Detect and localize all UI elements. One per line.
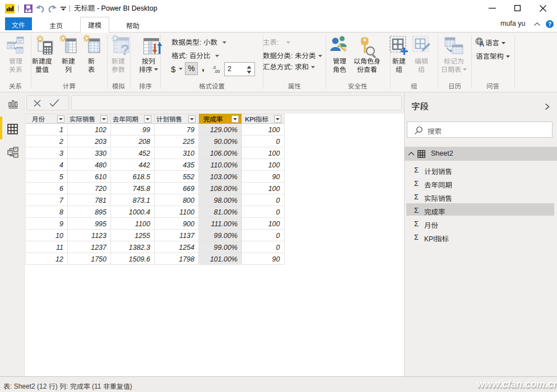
- svg-text:A: A: [480, 40, 484, 46]
- svg-text:.00: .00: [214, 69, 220, 73]
- svg-text:?: ?: [548, 21, 551, 27]
- svg-text:?: ?: [120, 41, 129, 56]
